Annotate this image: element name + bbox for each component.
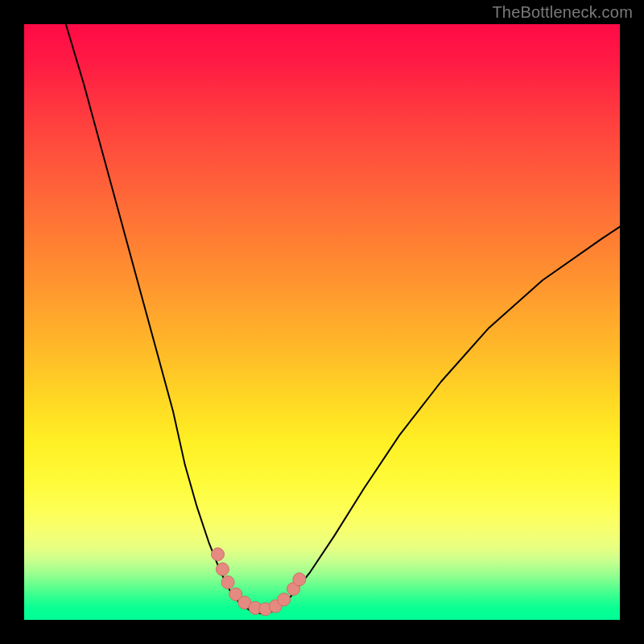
valley-marker	[221, 576, 234, 588]
bottleneck-curve	[66, 24, 620, 614]
curve-path	[66, 24, 620, 614]
valley-markers	[212, 548, 306, 616]
valley-marker	[293, 573, 306, 586]
outer-frame: TheBottleneck.com	[0, 0, 644, 644]
plot-area	[24, 24, 620, 620]
chart-svg	[24, 24, 620, 620]
valley-marker	[212, 548, 225, 561]
valley-marker	[278, 593, 291, 606]
valley-marker	[216, 563, 229, 576]
watermark-text: TheBottleneck.com	[492, 3, 633, 22]
